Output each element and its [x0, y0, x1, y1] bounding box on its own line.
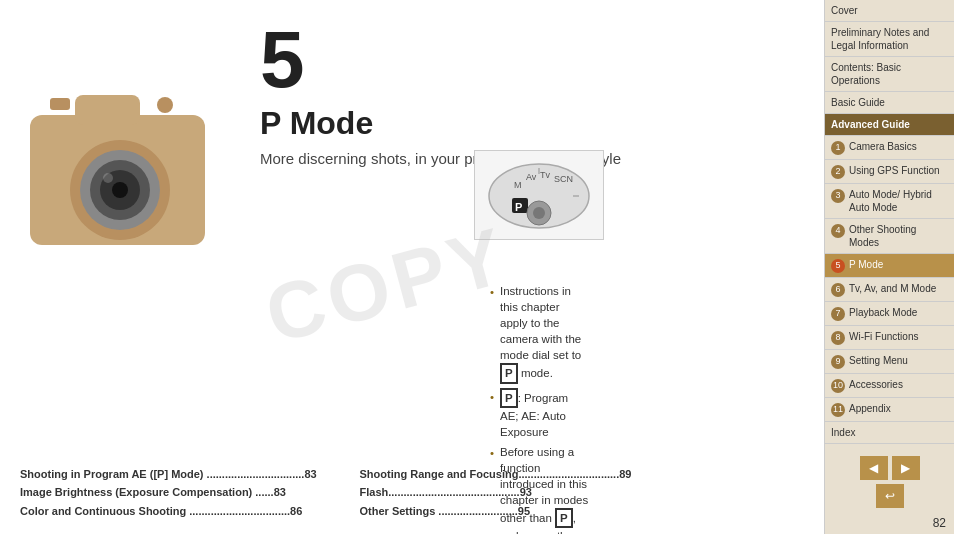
sidebar-bottom: ◀ ▶ ↩ — [825, 452, 954, 512]
num-3: 3 — [831, 189, 845, 203]
svg-point-9 — [103, 173, 113, 183]
bullet-dot-3: • — [490, 445, 494, 461]
num-1: 1 — [831, 141, 845, 155]
sidebar-item-prelim[interactable]: Preliminary Notes and Legal Information — [825, 22, 954, 57]
sidebar-item-setting-menu[interactable]: 9 Setting Menu — [825, 350, 954, 374]
num-8: 8 — [831, 331, 845, 345]
page-number: 82 — [825, 512, 954, 534]
sidebar-item-accessories[interactable]: 10 Accessories — [825, 374, 954, 398]
svg-text:Tv: Tv — [540, 170, 550, 180]
sidebar-item-gps[interactable]: 2 Using GPS Function — [825, 160, 954, 184]
sidebar-item-playback[interactable]: 7 Playback Mode — [825, 302, 954, 326]
num-6: 6 — [831, 283, 845, 297]
num-7: 7 — [831, 307, 845, 321]
sidebar-item-camera-basics[interactable]: 1 Camera Basics — [825, 136, 954, 160]
num-11: 11 — [831, 403, 845, 417]
toc-item-6[interactable]: Other Settings .........................… — [360, 503, 680, 520]
sidebar-item-cover[interactable]: Cover — [825, 0, 954, 22]
sidebar-item-basic-guide[interactable]: Basic Guide — [825, 92, 954, 114]
mode-dial-diagram: M Av Tv SCN P — [474, 150, 604, 240]
svg-rect-1 — [75, 95, 140, 125]
svg-point-6 — [112, 182, 128, 198]
bullet-dot-2: • — [490, 389, 494, 405]
toc-item-3[interactable]: Color and Continuous Shooting ..........… — [20, 503, 340, 520]
sidebar-item-advanced-guide: Advanced Guide — [825, 114, 954, 136]
toc-item-4[interactable]: Shooting Range and Focusing.............… — [360, 466, 680, 483]
svg-text:Av: Av — [526, 172, 537, 182]
toc-links: Shooting in Program AE ([P] Mode) ......… — [20, 466, 679, 520]
bullet-1: • Instructions in this chapter apply to … — [490, 283, 589, 384]
sidebar-item-appendix[interactable]: 11 Appendix — [825, 398, 954, 422]
svg-rect-7 — [50, 98, 70, 110]
chapter-number: 5 — [260, 20, 794, 100]
num-4: 4 — [831, 224, 845, 238]
home-button[interactable]: ↩ — [876, 484, 904, 508]
sidebar-item-p-mode[interactable]: 5 P Mode — [825, 254, 954, 278]
sidebar-item-auto-mode[interactable]: 3 Auto Mode/ Hybrid Auto Mode — [825, 184, 954, 219]
num-2: 2 — [831, 165, 845, 179]
chapter-title: P Mode — [260, 105, 794, 142]
num-5: 5 — [831, 259, 845, 273]
svg-text:SCN: SCN — [554, 174, 573, 184]
sidebar-item-index[interactable]: Index — [825, 422, 954, 444]
toc-item-1[interactable]: Shooting in Program AE ([P] Mode) ......… — [20, 466, 340, 483]
sidebar: Cover Preliminary Notes and Legal Inform… — [824, 0, 954, 534]
sidebar-item-contents[interactable]: Contents: Basic Operations — [825, 57, 954, 92]
svg-text:M: M — [514, 180, 522, 190]
bullet-2: • P: Program AE; AE: Auto Exposure — [490, 388, 589, 440]
camera-illustration — [20, 60, 240, 320]
nav-buttons: ◀ ▶ — [860, 456, 920, 480]
svg-text:P: P — [515, 201, 522, 213]
num-10: 10 — [831, 379, 845, 393]
prev-button[interactable]: ◀ — [860, 456, 888, 480]
sidebar-item-tv-av-m[interactable]: 6 Tv, Av, and M Mode — [825, 278, 954, 302]
bullet-dot-1: • — [490, 284, 494, 300]
svg-point-18 — [533, 207, 545, 219]
sidebar-item-wifi[interactable]: 8 Wi-Fi Functions — [825, 326, 954, 350]
svg-point-8 — [157, 97, 173, 113]
main-content: COPY 5 P Mode More discerning shots, in … — [0, 0, 824, 534]
toc-item-2[interactable]: Image Brightness (Exposure Compensation)… — [20, 484, 340, 501]
sidebar-item-other-shooting[interactable]: 4 Other Shooting Modes — [825, 219, 954, 254]
toc-item-5[interactable]: Flash...................................… — [360, 484, 680, 501]
num-9: 9 — [831, 355, 845, 369]
next-button[interactable]: ▶ — [892, 456, 920, 480]
